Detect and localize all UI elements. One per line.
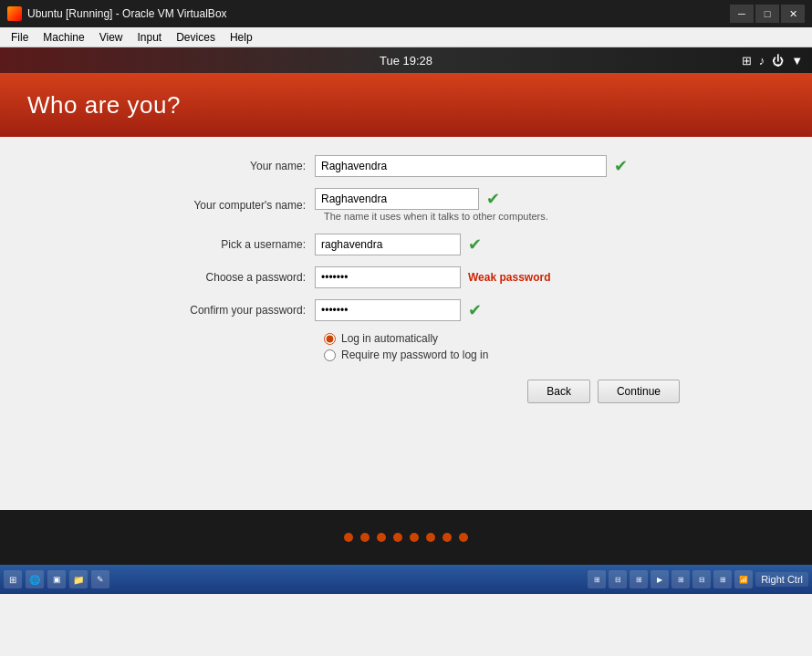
password-row: Choose a password: Weak password xyxy=(132,266,680,288)
button-row: Back Continue xyxy=(132,380,680,403)
confirm-password-input[interactable] xyxy=(315,299,461,321)
progress-dot-4 xyxy=(393,533,402,542)
menu-machine[interactable]: Machine xyxy=(36,29,91,46)
your-name-input[interactable] xyxy=(315,155,607,177)
computer-name-label: Your computer's name: xyxy=(132,199,315,212)
taskbar-tray-4[interactable]: ▶ xyxy=(651,570,669,588)
menu-bar: File Machine View Input Devices Help xyxy=(0,27,812,47)
form-container: Your name: ✔ Your computer's name: ✔ The… xyxy=(132,155,680,403)
computer-name-check-icon: ✔ xyxy=(486,189,500,209)
confirm-password-row: Confirm your password: ✔ xyxy=(132,299,680,321)
progress-dot-2 xyxy=(360,533,370,542)
progress-dot-7 xyxy=(442,533,452,542)
confirm-password-check-icon: ✔ xyxy=(468,300,482,320)
menu-devices[interactable]: Devices xyxy=(169,29,223,46)
minimize-button[interactable]: ─ xyxy=(730,5,754,23)
window-title-bar: Ubuntu [Running] - Oracle VM VirtualBox … xyxy=(0,0,812,27)
taskbar-globe-icon[interactable]: 🌐 xyxy=(26,570,44,588)
form-area: Your name: ✔ Your computer's name: ✔ The… xyxy=(0,137,812,510)
taskbar-display-icon[interactable]: ▣ xyxy=(47,570,66,588)
computer-name-input[interactable] xyxy=(315,188,479,210)
computer-name-group: ✔ The name it uses when it talks to othe… xyxy=(315,188,548,223)
radio-require-password-row[interactable]: Require my password to log in xyxy=(324,349,680,361)
dropdown-icon[interactable]: ▼ xyxy=(791,54,803,68)
right-ctrl-label[interactable]: Right Ctrl xyxy=(755,572,808,587)
window-controls: ─ □ ✕ xyxy=(730,5,805,23)
vm-content: Tue 19:28 ⊞ ♪ ⏻ ▼ Who are you? Your name… xyxy=(0,47,812,565)
your-name-check-icon: ✔ xyxy=(614,156,628,176)
taskbar-tray-7[interactable]: ⊞ xyxy=(713,570,732,588)
password-label: Choose a password: xyxy=(132,271,315,284)
taskbar-network-icon[interactable]: ⊞ xyxy=(4,570,22,588)
radio-auto-login-label: Log in automatically xyxy=(341,332,438,345)
taskbar-tray-2[interactable]: ⊟ xyxy=(609,570,627,588)
page-title: Who are you? xyxy=(27,91,181,120)
menu-view[interactable]: View xyxy=(92,29,130,46)
progress-dot-1 xyxy=(344,533,353,542)
power-icon[interactable]: ⏻ xyxy=(772,54,784,68)
username-label: Pick a username: xyxy=(132,238,315,251)
progress-dots xyxy=(344,533,468,542)
progress-dot-8 xyxy=(459,533,468,542)
computer-name-hint: The name it uses when it talks to other … xyxy=(324,211,548,222)
radio-require-password[interactable] xyxy=(324,349,336,361)
taskbar-tray-6[interactable]: ⊟ xyxy=(692,570,711,588)
weak-password-badge: Weak password xyxy=(468,271,550,284)
username-input[interactable] xyxy=(315,234,461,255)
network-icon[interactable]: ⊞ xyxy=(742,54,752,68)
close-button[interactable]: ✕ xyxy=(781,5,805,23)
radio-auto-login-row[interactable]: Log in automatically xyxy=(324,332,680,345)
login-option-group: Log in automatically Require my password… xyxy=(324,332,680,361)
taskbar-pencil-icon[interactable]: ✎ xyxy=(91,570,109,588)
progress-dot-3 xyxy=(377,533,386,542)
progress-dot-5 xyxy=(410,533,419,542)
computer-name-row: Your computer's name: ✔ The name it uses… xyxy=(132,188,680,223)
taskbar-tray-3[interactable]: ⊞ xyxy=(630,570,648,588)
continue-button[interactable]: Continue xyxy=(598,380,680,403)
username-check-icon: ✔ xyxy=(468,234,482,255)
radio-auto-login[interactable] xyxy=(324,333,336,345)
confirm-password-label: Confirm your password: xyxy=(132,304,315,317)
ubuntu-progress-area xyxy=(0,510,812,565)
menu-input[interactable]: Input xyxy=(130,29,170,46)
ubuntu-topbar: Tue 19:28 ⊞ ♪ ⏻ ▼ xyxy=(0,47,812,73)
username-row: Pick a username: ✔ xyxy=(132,234,680,255)
radio-require-password-label: Require my password to log in xyxy=(341,349,488,361)
taskbar-right: ⊞ ⊟ ⊞ ▶ ⊞ ⊟ ⊞ 📶 Right Ctrl xyxy=(588,570,808,588)
ubuntu-header: Who are you? xyxy=(0,73,812,137)
progress-dot-6 xyxy=(426,533,435,542)
your-name-row: Your name: ✔ xyxy=(132,155,680,177)
taskbar-tray-1[interactable]: ⊞ xyxy=(588,570,606,588)
back-button[interactable]: Back xyxy=(527,380,590,403)
your-name-label: Your name: xyxy=(132,160,315,172)
taskbar-left: ⊞ 🌐 ▣ 📁 ✎ xyxy=(4,570,109,588)
vbox-icon xyxy=(7,6,22,21)
window-title: Ubuntu [Running] - Oracle VM VirtualBox xyxy=(27,7,730,20)
menu-help[interactable]: Help xyxy=(223,29,260,46)
volume-icon[interactable]: ♪ xyxy=(759,54,765,68)
windows-taskbar: ⊞ 🌐 ▣ 📁 ✎ ⊞ ⊟ ⊞ ▶ ⊞ ⊟ xyxy=(0,565,812,594)
maximize-button[interactable]: □ xyxy=(755,5,779,23)
ubuntu-topbar-right: ⊞ ♪ ⏻ ▼ xyxy=(742,54,803,68)
taskbar-tray-5[interactable]: ⊞ xyxy=(671,570,690,588)
taskbar-network-tray[interactable]: 📶 xyxy=(734,570,753,588)
ubuntu-datetime: Tue 19:28 xyxy=(380,54,432,68)
password-input[interactable] xyxy=(315,266,461,288)
menu-file[interactable]: File xyxy=(4,29,36,46)
taskbar-folder-icon[interactable]: 📁 xyxy=(69,570,88,588)
